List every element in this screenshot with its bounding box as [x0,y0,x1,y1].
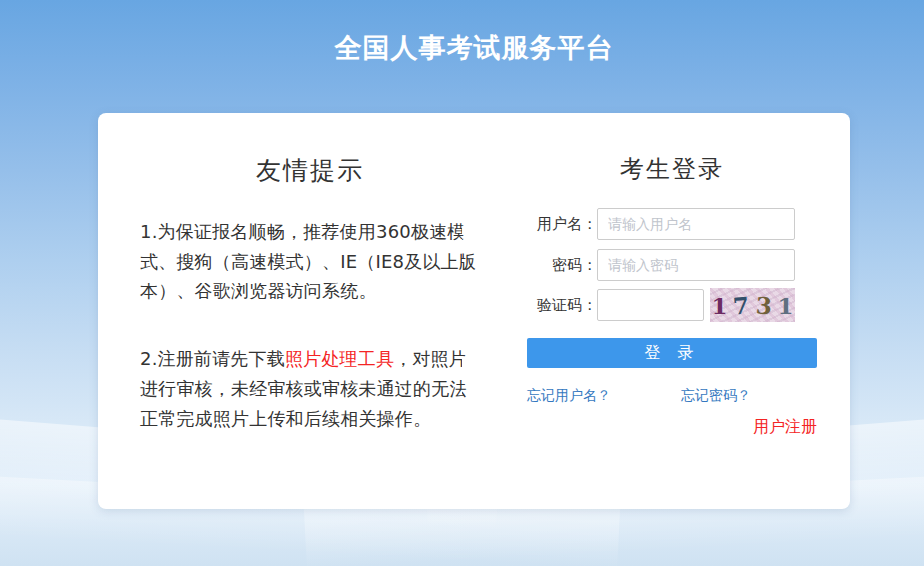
forgot-username-link[interactable]: 忘记用户名？ [527,387,611,405]
photo-tool-link[interactable]: 照片处理工具 [285,348,394,369]
captcha-input[interactable] [597,289,704,321]
tips-paragraph-2-prefix: 2.注册前请先下载 [140,348,285,369]
register-row: 用户注册 [527,417,817,438]
password-label: 密码： [527,256,597,275]
tips-panel: 友情提示 1.为保证报名顺畅，推荐使用360极速模式、搜狗（高速模式）、IE（I… [140,113,479,434]
register-link[interactable]: 用户注册 [753,417,817,436]
site-title: 全国人事考试服务平台 [98,30,850,66]
username-label: 用户名： [527,215,597,234]
captcha-digit: 3 [755,293,772,317]
login-heading: 考生登录 [527,153,817,185]
captcha-digit: 7 [733,293,751,317]
captcha-image[interactable]: 1 7 3 1 [710,288,795,322]
tips-paragraph-1: 1.为保证报名顺畅，推荐使用360极速模式、搜狗（高速模式）、IE（IE8及以上… [140,217,479,306]
page-background: 全国人事考试服务平台 友情提示 1.为保证报名顺畅，推荐使用360极速模式、搜狗… [0,0,924,566]
username-input[interactable] [597,208,795,240]
login-card: 友情提示 1.为保证报名顺畅，推荐使用360极速模式、搜狗（高速模式）、IE（I… [98,113,850,509]
tips-paragraph-2: 2.注册前请先下载照片处理工具，对照片进行审核，未经审核或审核未通过的无法正常完… [140,344,479,434]
forgot-links-row: 忘记用户名？ 忘记密码？ [527,387,817,405]
password-row: 密码： [527,249,817,281]
login-panel: 考生登录 用户名： 密码： 验证码： 1 7 3 [527,113,817,438]
password-input[interactable] [597,249,795,281]
forgot-password-link[interactable]: 忘记密码？ [681,387,751,405]
username-row: 用户名： [527,208,817,240]
captcha-digit: 1 [711,294,727,317]
tips-heading: 友情提示 [140,155,479,187]
captcha-digit: 1 [778,294,794,317]
login-button[interactable]: 登 录 [527,338,817,368]
login-form: 用户名： 密码： 验证码： 1 7 3 1 [527,208,817,438]
captcha-row: 验证码： 1 7 3 1 [527,289,817,321]
captcha-label: 验证码： [527,296,597,315]
